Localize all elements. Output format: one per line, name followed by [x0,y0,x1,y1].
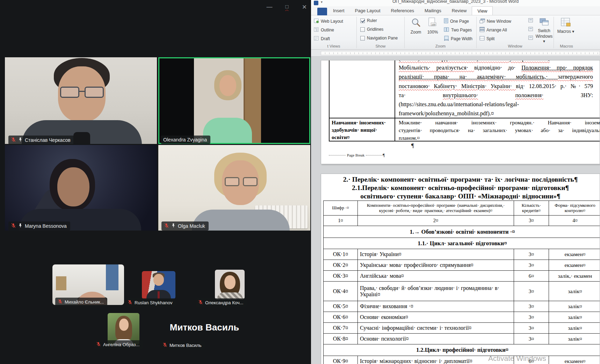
close-button[interactable]: ✕ [300,3,309,11]
macros-button[interactable]: Macros ▾ [557,17,575,34]
tab-references[interactable]: References [386,6,419,15]
heading-2-1: 2.1.Перелік· компонент· освітньо-професі… [321,184,600,192]
participant-name: Ангеліна Образ... [103,342,139,347]
screen: — □ ✕ Станіслав Черкасов [0,0,600,364]
web-layout-icon [314,18,319,24]
participant-name-badge: Olga Macluk [161,221,209,231]
one-page-button[interactable]: One Page [444,18,469,24]
heading-2: 2.· Перелік· компонент· освітньої· прогр… [321,175,600,184]
participant-name: Ruslan Shykhanov [135,300,172,305]
document-page-2: 2.· Перелік· компонент· освітньої· прогр… [321,174,600,364]
reset-window-position-icon[interactable] [528,36,533,40]
participant-video [194,58,261,143]
group-label: t Views [311,44,356,50]
document-page-1: (Іспанія)· та· закордонними· національни… [321,60,600,164]
synchronous-scrolling-icon[interactable] [528,27,533,31]
mic-muted-icon [11,137,16,143]
draft-button[interactable]: Draft [314,36,330,42]
participant-name-badge: Михайло Єльник... [55,298,107,306]
pilcrow-mark: ¶ [411,142,414,149]
maximize-button[interactable]: □ [282,3,291,11]
group-label: Zoom [405,44,476,50]
pin-icon [171,223,176,229]
participant-name: Станіслав Черкасов [25,137,71,143]
tab-mailings[interactable]: Mailings [419,6,447,15]
tab-insert[interactable]: Insert [328,6,350,15]
zoom-meeting-window: — □ ✕ Станіслав Черкасов [0,0,311,364]
participant-name-badge: Ангеліна Образ... [94,340,143,349]
ribbon: Web Layout Outline Draft t Views Ruler [311,15,600,50]
participant-name: Olexandra Zvyagina [163,137,207,143]
zoom-button[interactable]: Zoom [408,17,424,35]
tab-view[interactable]: View [472,6,493,15]
ribbon-tabs: Insert Page Layout References Mailings R… [311,6,600,15]
video-tile[interactable] [5,145,157,231]
word-window: ▾ ОП_Міжнародні_відносини_бакалавр_2023_… [311,0,600,364]
video-tile[interactable] [5,57,157,144]
pin-icon [18,223,23,229]
col-header-control: Форма· підсумковогоконтролю¤ [549,201,600,216]
new-window-icon [479,18,485,24]
split-icon [479,36,485,42]
dropdown-caret-icon: ▾ [572,29,574,34]
participant-name-badge: Olexandra Zvyagina [161,136,210,144]
heading-2-1-line2: освітнього· ступеня· бакалавр· ОПП· «Між… [321,192,600,201]
section-row: 1.2.Цикл· професійної· підготовки¤ [324,344,600,356]
opp-components-table: Шифр ·¤ Компоненти· освітньо-професійної… [323,201,600,364]
table-row: ОК·3¤ Англійська· мова¤ 6¤ залік,· екзам… [324,271,600,282]
table-header-row: Шифр ·¤ Компоненти· освітньо-професійної… [324,201,600,216]
table-row: ОК·7¤ Сучасні· інформаційні· системи· і·… [324,323,600,334]
web-layout-button[interactable]: Web Layout [314,18,343,24]
activate-windows-watermark: Activate Windows [488,354,546,363]
glasses [225,177,239,186]
minimize-button[interactable]: — [265,3,274,11]
group-macros: Macros ▾ Macros [554,15,579,44]
mic-muted-icon [198,300,203,306]
video-thumbnail[interactable] [142,271,175,299]
participant-video [57,167,89,206]
gridlines-checkbox[interactable]: Gridlines [360,27,383,32]
col-header-code: Шифр ·¤ [324,201,358,216]
switch-windows-button[interactable]: Switch Windows ▾ [535,17,553,44]
two-pages-button[interactable]: Two Pages [444,27,472,33]
horizontal-ruler[interactable] [311,50,600,57]
mic-muted-icon [11,223,16,229]
participant-name: Михайло Єльник... [65,299,104,305]
two-pages-icon [444,27,449,33]
arrange-all-icon [479,27,485,33]
table-row-header-cell: Навчання· іноземних· здобувачів· вищої· … [332,119,394,141]
participant-name: Митков Василь [169,343,202,348]
tab-review[interactable]: Review [447,6,472,15]
outline-button[interactable]: Outline [314,27,334,33]
zoom-100-button[interactable]: 100 100% [425,17,440,35]
table-row: ОК·6¤ Основи· економіки¤ 3¤ залік¤ [324,312,600,323]
file-tab[interactable] [317,8,327,15]
split-button[interactable]: Split [479,36,494,42]
mic-muted-icon [128,300,132,306]
video-tile[interactable] [158,145,310,231]
mic-muted-icon [164,223,169,229]
zoom-magnifier-icon [411,17,421,29]
table-row: ОК·5¤ Фізичне· виховання ·¤ 3¤ залік¤ [324,301,600,312]
glasses [60,87,79,98]
one-page-icon [444,18,448,24]
zoom-100-icon: 100 [428,17,437,29]
participant-name-badge: Митков Василь [160,341,205,350]
video-tile-active-speaker[interactable] [158,57,310,144]
page-width-button[interactable]: Page Width [444,36,472,42]
new-window-button[interactable]: New Window [479,18,511,24]
arrange-all-button[interactable]: Arrange All [479,27,507,33]
group-show: Ruler Gridlines Navigation Pane Show [357,15,404,44]
ruler-checkbox[interactable]: Ruler [360,18,377,23]
video-thumbnail[interactable] [215,270,245,299]
participant-name: Olga Macluk [178,223,205,229]
view-side-by-side-icon[interactable] [528,18,533,22]
navigation-pane-checkbox[interactable]: Navigation Pane [360,36,398,41]
tab-page-layout[interactable]: Page Layout [350,6,386,15]
meeting-window-controls: — □ ✕ [265,3,309,11]
group-label: Window [477,44,554,50]
section-row: 1.→ Обов’язкові· освітні· компоненти ·¤ [324,226,600,238]
page-width-icon [444,36,449,42]
checkbox-icon [360,27,365,32]
paragraph-mobility: (Іспанія)· та· закордонними· національни… [399,60,593,118]
